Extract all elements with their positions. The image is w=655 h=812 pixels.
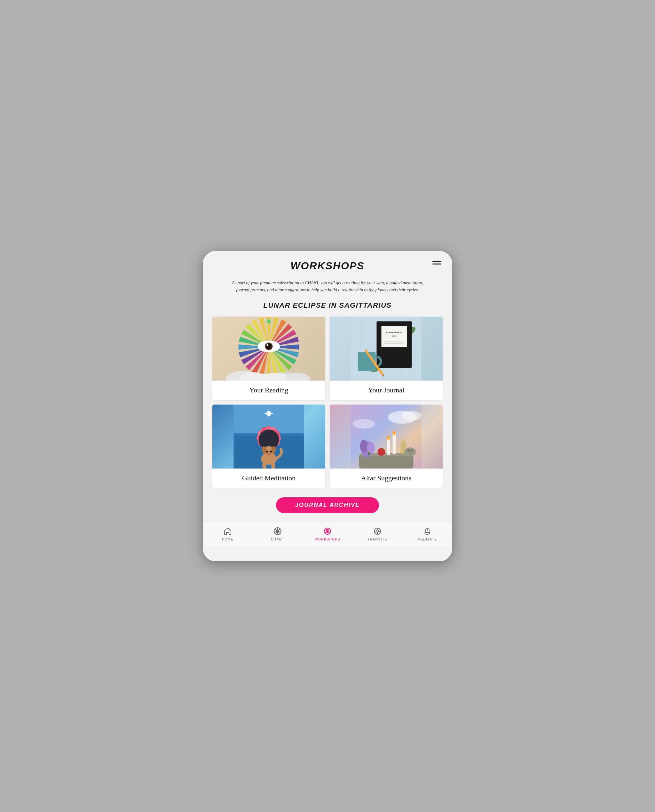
svg-point-124 — [367, 442, 375, 454]
svg-point-149 — [376, 530, 379, 532]
meditation-card-image — [212, 404, 325, 469]
chart-icon — [272, 526, 283, 536]
reading-illustration — [212, 317, 325, 381]
svg-point-153 — [427, 529, 428, 531]
altar-card-image — [330, 404, 443, 469]
reading-card[interactable]: Your Reading — [212, 317, 325, 400]
nav-item-workshops[interactable]: WORkShoPs — [315, 526, 340, 541]
cards-grid: Your Reading — [203, 317, 452, 488]
svg-rect-135 — [402, 439, 405, 443]
altar-card-label: Altar Suggestions — [330, 469, 443, 488]
altar-svg — [330, 404, 443, 469]
svg-point-33 — [267, 344, 269, 346]
meditate-icon — [422, 526, 432, 536]
svg-point-136 — [404, 448, 416, 456]
svg-point-126 — [378, 448, 385, 456]
nav-item-chart[interactable]: CHART — [265, 526, 291, 541]
rays-svg — [212, 317, 325, 381]
svg-point-130 — [387, 435, 389, 439]
nav-item-home[interactable]: HOME — [215, 526, 240, 541]
nav-label-workshops: WORkShoPs — [315, 538, 340, 541]
meditation-card-label: Guided Meditation — [212, 469, 325, 488]
svg-text:BOOK: BOOK — [392, 335, 397, 337]
svg-point-133 — [394, 431, 395, 434]
svg-point-123 — [360, 440, 368, 452]
svg-point-107 — [270, 451, 272, 452]
svg-point-119 — [353, 419, 375, 429]
svg-rect-125 — [368, 452, 370, 455]
journal-card[interactable]: COMPOSITION BOOK — [330, 317, 443, 400]
svg-rect-131 — [393, 433, 396, 454]
svg-point-35 — [268, 320, 270, 323]
hamburger-line-2 — [432, 263, 441, 265]
svg-point-111 — [266, 411, 272, 416]
header: WORKSHOPS — [203, 251, 452, 277]
device-frame: WORKSHOPS As part of your premium subscr… — [203, 251, 452, 561]
journal-svg: COMPOSITION BOOK — [330, 317, 443, 381]
svg-point-106 — [266, 451, 268, 452]
journal-card-image: COMPOSITION BOOK — [330, 317, 443, 381]
nav-item-transits[interactable]: TRANSITS — [364, 526, 390, 541]
subtitle-text: As part of your premium subscription to … — [203, 277, 452, 301]
journal-card-label: Your Journal — [330, 381, 443, 400]
altar-illustration — [330, 404, 443, 469]
svg-rect-109 — [263, 463, 266, 469]
section-title: LUNAR ECLIPSE IN SAGITTARIUS — [203, 301, 452, 309]
reading-card-image — [212, 317, 325, 381]
svg-point-118 — [402, 411, 421, 421]
nav-label-transits: TRANSITS — [367, 538, 387, 541]
bottom-nav: HOME CHART — [203, 522, 452, 547]
meditation-svg — [212, 404, 325, 469]
svg-point-138 — [411, 449, 413, 452]
svg-rect-128 — [387, 438, 390, 455]
svg-rect-127 — [383, 448, 383, 451]
workshops-icon — [322, 526, 333, 536]
menu-button[interactable] — [431, 260, 443, 266]
svg-text:COMPOSITION: COMPOSITION — [386, 331, 402, 334]
nav-label-meditate: MEDITATE — [417, 538, 437, 541]
page-title: WORKSHOPS — [291, 260, 364, 272]
reading-card-label: Your Reading — [212, 381, 325, 400]
journal-illustration: COMPOSITION BOOK — [330, 317, 443, 381]
svg-rect-110 — [272, 463, 275, 469]
altar-card[interactable]: Altar Suggestions — [330, 404, 443, 488]
hamburger-line-1 — [432, 261, 441, 262]
svg-point-108 — [267, 453, 271, 455]
svg-point-137 — [407, 449, 410, 452]
journal-archive-container: JOURNAL ARCHIVE — [203, 495, 452, 522]
transits-icon — [372, 526, 383, 536]
meditation-illustration — [212, 404, 325, 469]
nav-item-meditate[interactable]: MEDITATE — [415, 526, 440, 541]
app-container: WORKSHOPS As part of your premium subscr… — [203, 251, 452, 561]
home-icon — [223, 526, 233, 536]
meditation-card[interactable]: Guided Meditation — [212, 404, 325, 488]
journal-archive-button[interactable]: JOURNAL ARCHIVE — [276, 497, 379, 513]
nav-label-home: HOME — [222, 538, 234, 541]
nav-label-chart: CHART — [271, 538, 284, 541]
